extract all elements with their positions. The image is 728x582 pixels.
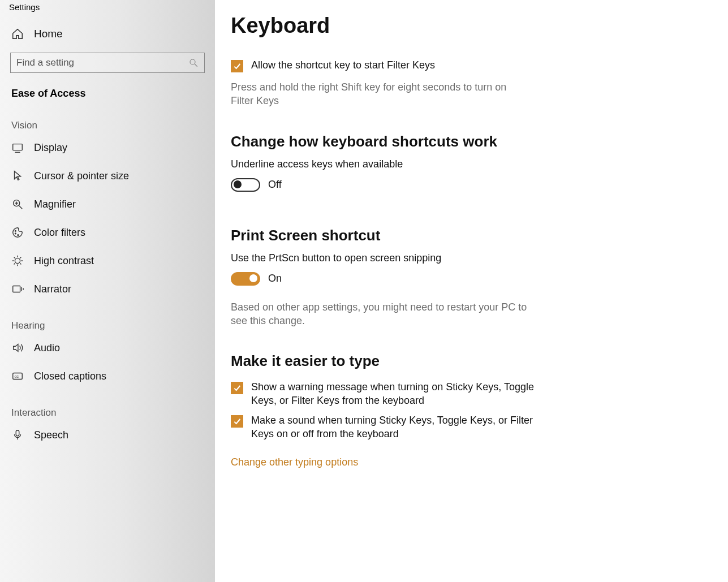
search-box[interactable] <box>10 53 205 73</box>
narrator-icon <box>11 283 24 295</box>
search-icon <box>188 58 199 68</box>
nav-label: Audio <box>34 342 60 354</box>
group-interaction: Interaction <box>0 390 215 421</box>
svg-rect-20 <box>13 286 20 292</box>
nav-label: Color filters <box>34 227 85 239</box>
audio-icon <box>11 342 24 354</box>
prtscn-desc: Based on other app settings, you might n… <box>231 300 531 328</box>
svg-line-1 <box>195 64 197 67</box>
check-label: Show a warning message when turning on S… <box>251 380 551 408</box>
search-input[interactable] <box>16 57 188 68</box>
change-other-typing-link[interactable]: Change other typing options <box>231 456 358 468</box>
home-icon <box>11 28 24 40</box>
scroll-area: Off Allow the shortcut key to start Filt… <box>231 39 712 582</box>
nav-label: Cursor & pointer size <box>34 170 129 182</box>
svg-line-16 <box>14 257 15 258</box>
nav-display[interactable]: Display <box>0 133 215 162</box>
group-vision: Vision <box>0 103 215 133</box>
svg-line-18 <box>14 264 15 265</box>
search-wrap <box>0 48 215 79</box>
check-label: Allow the shortcut key to start Filter K… <box>251 58 435 72</box>
app-title: Settings <box>0 0 215 20</box>
nav-label: High contrast <box>34 255 94 267</box>
palette-icon <box>11 226 24 239</box>
section-shortcuts: Change how keyboard shortcuts work <box>231 133 712 150</box>
filter-keys-desc: Press and hold the right Shift key for e… <box>231 80 531 108</box>
filter-keys-shortcut-checkbox[interactable] <box>231 60 243 72</box>
nav-label: Narrator <box>34 283 71 295</box>
mic-icon <box>11 429 24 441</box>
section-easier: Make it easier to type <box>231 352 712 370</box>
home-nav[interactable]: Home <box>0 20 215 48</box>
svg-point-11 <box>15 258 20 263</box>
svg-text:cc: cc <box>15 374 19 379</box>
nav-magnifier[interactable]: Magnifier <box>0 190 215 218</box>
monitor-icon <box>11 141 24 154</box>
svg-line-19 <box>20 257 21 258</box>
svg-point-8 <box>15 230 16 231</box>
nav-speech[interactable]: Speech <box>0 421 215 449</box>
content: Keyboard Off Allow the shortcut key to s… <box>215 0 728 582</box>
svg-point-10 <box>18 235 19 236</box>
cursor-icon <box>11 170 24 182</box>
magnifier-icon <box>11 198 24 210</box>
warn-checkbox[interactable] <box>231 382 243 394</box>
nav-audio[interactable]: Audio <box>0 334 215 362</box>
nav-label: Closed captions <box>34 370 106 382</box>
clipped-toggle: Off <box>231 39 712 47</box>
svg-rect-25 <box>16 430 19 436</box>
svg-line-17 <box>20 264 21 265</box>
svg-line-7 <box>19 206 23 209</box>
prtscn-toggle[interactable] <box>231 272 260 286</box>
nav-narrator[interactable]: Narrator <box>0 275 215 303</box>
check-label: Make a sound when turning Sticky Keys, T… <box>251 413 551 441</box>
svg-point-9 <box>15 233 16 234</box>
contrast-icon <box>11 255 24 267</box>
toggle-label: Off <box>268 179 282 191</box>
nav-closed-captions[interactable]: cc Closed captions <box>0 362 215 390</box>
nav-label: Display <box>34 142 67 154</box>
prtscn-label: Use the PrtScn button to open screen sni… <box>231 252 712 264</box>
sidebar: Settings Home Ease of Access Vision Disp… <box>0 0 215 582</box>
category-title: Ease of Access <box>0 79 215 103</box>
underline-label: Underline access keys when available <box>231 158 712 170</box>
nav-color-filters[interactable]: Color filters <box>0 218 215 247</box>
page-title: Keyboard <box>231 14 712 38</box>
svg-point-0 <box>190 59 195 64</box>
nav-cursor[interactable]: Cursor & pointer size <box>0 162 215 190</box>
group-hearing: Hearing <box>0 303 215 334</box>
nav-label: Speech <box>34 429 68 441</box>
home-label: Home <box>34 28 63 40</box>
toggle-label: On <box>268 273 282 284</box>
sound-checkbox[interactable] <box>231 415 243 428</box>
cc-icon: cc <box>11 370 24 382</box>
nav-high-contrast[interactable]: High contrast <box>0 247 215 275</box>
section-prtscn: Print Screen shortcut <box>231 227 712 244</box>
svg-rect-2 <box>13 144 23 150</box>
nav-label: Magnifier <box>34 199 76 210</box>
underline-toggle[interactable] <box>231 178 260 192</box>
